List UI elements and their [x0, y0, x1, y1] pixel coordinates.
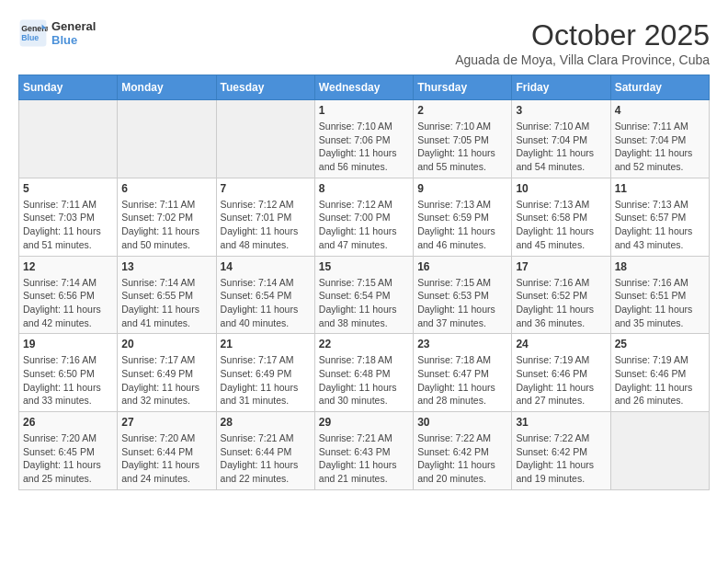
- day-cell: 16Sunrise: 7:15 AM Sunset: 6:53 PM Dayli…: [414, 256, 512, 334]
- day-number: 18: [615, 260, 705, 273]
- day-number: 24: [516, 338, 606, 350]
- week-row-5: 26Sunrise: 7:20 AM Sunset: 6:45 PM Dayli…: [19, 412, 710, 490]
- day-info: Sunrise: 7:13 AM Sunset: 6:59 PM Dayligh…: [417, 198, 507, 252]
- day-info: Sunrise: 7:19 AM Sunset: 6:46 PM Dayligh…: [516, 353, 606, 408]
- logo: General Blue General Blue: [18, 18, 96, 48]
- day-number: 7: [221, 182, 311, 195]
- day-cell: 29Sunrise: 7:21 AM Sunset: 6:43 PM Dayli…: [314, 412, 413, 490]
- week-row-4: 19Sunrise: 7:16 AM Sunset: 6:50 PM Dayli…: [19, 334, 710, 412]
- day-cell: 3Sunrise: 7:10 AM Sunset: 7:04 PM Daylig…: [512, 100, 610, 178]
- day-number: 2: [417, 104, 507, 117]
- day-cell: 1Sunrise: 7:10 AM Sunset: 7:06 PM Daylig…: [314, 100, 413, 178]
- day-number: 26: [23, 416, 113, 429]
- logo-icon: General Blue: [18, 18, 48, 48]
- day-number: 17: [516, 260, 606, 273]
- day-number: 15: [319, 260, 409, 273]
- day-info: Sunrise: 7:11 AM Sunset: 7:02 PM Dayligh…: [121, 198, 211, 252]
- day-number: 5: [23, 182, 113, 195]
- day-number: 14: [221, 260, 311, 273]
- day-number: 11: [615, 182, 705, 195]
- day-cell: 12Sunrise: 7:14 AM Sunset: 6:56 PM Dayli…: [19, 256, 118, 334]
- calendar-header: SundayMondayTuesdayWednesdayThursdayFrid…: [19, 75, 710, 100]
- day-info: Sunrise: 7:20 AM Sunset: 6:44 PM Dayligh…: [121, 431, 211, 486]
- day-info: Sunrise: 7:18 AM Sunset: 6:48 PM Dayligh…: [319, 353, 409, 408]
- day-cell: 27Sunrise: 7:20 AM Sunset: 6:44 PM Dayli…: [118, 412, 216, 490]
- day-number: 9: [417, 182, 507, 195]
- day-cell: 15Sunrise: 7:15 AM Sunset: 6:54 PM Dayli…: [314, 256, 413, 334]
- day-info: Sunrise: 7:10 AM Sunset: 7:04 PM Dayligh…: [516, 120, 606, 174]
- day-cell: 2Sunrise: 7:10 AM Sunset: 7:05 PM Daylig…: [414, 100, 512, 178]
- weekday-wednesday: Wednesday: [314, 75, 413, 100]
- day-info: Sunrise: 7:22 AM Sunset: 6:42 PM Dayligh…: [516, 431, 606, 486]
- weekday-sunday: Sunday: [19, 75, 118, 100]
- day-number: 30: [417, 416, 507, 429]
- day-number: 10: [516, 182, 606, 195]
- weekday-monday: Monday: [118, 75, 216, 100]
- day-cell: [118, 100, 216, 178]
- day-number: 25: [615, 338, 705, 350]
- week-row-3: 12Sunrise: 7:14 AM Sunset: 6:56 PM Dayli…: [19, 256, 710, 334]
- svg-text:General: General: [21, 24, 48, 33]
- day-info: Sunrise: 7:20 AM Sunset: 6:45 PM Dayligh…: [23, 431, 113, 486]
- day-cell: 22Sunrise: 7:18 AM Sunset: 6:48 PM Dayli…: [314, 334, 413, 412]
- location-subtitle: Aguada de Moya, Villa Clara Province, Cu…: [455, 52, 710, 67]
- day-number: 19: [23, 338, 113, 350]
- day-number: 20: [121, 338, 211, 350]
- day-info: Sunrise: 7:10 AM Sunset: 7:05 PM Dayligh…: [417, 120, 507, 174]
- logo-text-general: General: [51, 19, 96, 33]
- weekday-thursday: Thursday: [414, 75, 512, 100]
- day-cell: 31Sunrise: 7:22 AM Sunset: 6:42 PM Dayli…: [512, 412, 610, 490]
- day-info: Sunrise: 7:18 AM Sunset: 6:47 PM Dayligh…: [417, 353, 507, 408]
- day-number: 29: [319, 416, 409, 429]
- day-cell: 28Sunrise: 7:21 AM Sunset: 6:44 PM Dayli…: [216, 412, 314, 490]
- day-info: Sunrise: 7:16 AM Sunset: 6:52 PM Dayligh…: [516, 276, 606, 330]
- day-number: 1: [319, 104, 409, 117]
- day-info: Sunrise: 7:13 AM Sunset: 6:57 PM Dayligh…: [615, 198, 705, 252]
- day-number: 28: [221, 416, 311, 429]
- day-cell: [610, 412, 709, 490]
- weekday-saturday: Saturday: [610, 75, 709, 100]
- day-cell: 11Sunrise: 7:13 AM Sunset: 6:57 PM Dayli…: [610, 178, 709, 256]
- day-number: 4: [615, 104, 705, 117]
- title-block: October 2025 Aguada de Moya, Villa Clara…: [455, 18, 710, 67]
- day-number: 27: [121, 416, 211, 429]
- day-cell: 8Sunrise: 7:12 AM Sunset: 7:00 PM Daylig…: [314, 178, 413, 256]
- day-cell: 20Sunrise: 7:17 AM Sunset: 6:49 PM Dayli…: [118, 334, 216, 412]
- day-info: Sunrise: 7:19 AM Sunset: 6:46 PM Dayligh…: [615, 353, 705, 408]
- day-cell: 14Sunrise: 7:14 AM Sunset: 6:54 PM Dayli…: [216, 256, 314, 334]
- logo-text-blue: Blue: [51, 33, 96, 47]
- day-cell: 19Sunrise: 7:16 AM Sunset: 6:50 PM Dayli…: [19, 334, 118, 412]
- svg-text:Blue: Blue: [21, 33, 39, 42]
- week-row-2: 5Sunrise: 7:11 AM Sunset: 7:03 PM Daylig…: [19, 178, 710, 256]
- day-number: 23: [417, 338, 507, 350]
- day-cell: 26Sunrise: 7:20 AM Sunset: 6:45 PM Dayli…: [19, 412, 118, 490]
- day-info: Sunrise: 7:17 AM Sunset: 6:49 PM Dayligh…: [121, 353, 211, 408]
- week-row-1: 1Sunrise: 7:10 AM Sunset: 7:06 PM Daylig…: [19, 100, 710, 178]
- day-info: Sunrise: 7:22 AM Sunset: 6:42 PM Dayligh…: [417, 431, 507, 486]
- day-cell: [216, 100, 314, 178]
- day-info: Sunrise: 7:17 AM Sunset: 6:49 PM Dayligh…: [221, 353, 311, 408]
- day-info: Sunrise: 7:16 AM Sunset: 6:51 PM Dayligh…: [615, 276, 705, 330]
- day-info: Sunrise: 7:12 AM Sunset: 7:00 PM Dayligh…: [319, 198, 409, 252]
- day-cell: 21Sunrise: 7:17 AM Sunset: 6:49 PM Dayli…: [216, 334, 314, 412]
- day-info: Sunrise: 7:14 AM Sunset: 6:55 PM Dayligh…: [121, 276, 211, 330]
- day-info: Sunrise: 7:12 AM Sunset: 7:01 PM Dayligh…: [221, 198, 311, 252]
- day-cell: 30Sunrise: 7:22 AM Sunset: 6:42 PM Dayli…: [414, 412, 512, 490]
- day-cell: 25Sunrise: 7:19 AM Sunset: 6:46 PM Dayli…: [610, 334, 709, 412]
- day-info: Sunrise: 7:21 AM Sunset: 6:43 PM Dayligh…: [319, 431, 409, 486]
- page-header: General Blue General Blue October 2025 A…: [18, 18, 710, 67]
- day-cell: 5Sunrise: 7:11 AM Sunset: 7:03 PM Daylig…: [19, 178, 118, 256]
- weekday-friday: Friday: [512, 75, 610, 100]
- day-cell: 23Sunrise: 7:18 AM Sunset: 6:47 PM Dayli…: [414, 334, 512, 412]
- day-info: Sunrise: 7:10 AM Sunset: 7:06 PM Dayligh…: [319, 120, 409, 174]
- day-info: Sunrise: 7:14 AM Sunset: 6:54 PM Dayligh…: [221, 276, 311, 330]
- day-info: Sunrise: 7:14 AM Sunset: 6:56 PM Dayligh…: [23, 276, 113, 330]
- calendar-table: SundayMondayTuesdayWednesdayThursdayFrid…: [18, 75, 710, 490]
- day-cell: 9Sunrise: 7:13 AM Sunset: 6:59 PM Daylig…: [414, 178, 512, 256]
- day-number: 31: [516, 416, 606, 429]
- day-cell: 10Sunrise: 7:13 AM Sunset: 6:58 PM Dayli…: [512, 178, 610, 256]
- day-cell: 6Sunrise: 7:11 AM Sunset: 7:02 PM Daylig…: [118, 178, 216, 256]
- day-number: 22: [319, 338, 409, 350]
- day-info: Sunrise: 7:13 AM Sunset: 6:58 PM Dayligh…: [516, 198, 606, 252]
- day-number: 3: [516, 104, 606, 117]
